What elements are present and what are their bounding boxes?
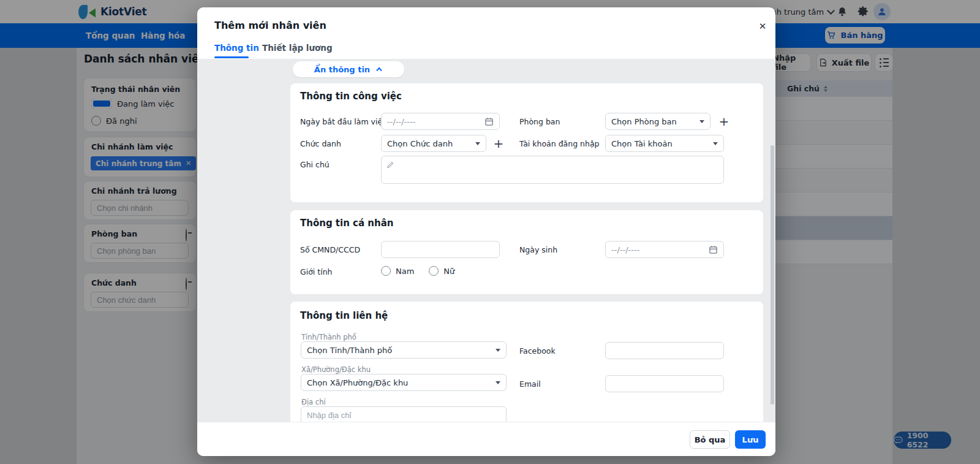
tab-thong-tin[interactable]: Thông tin [214, 43, 259, 53]
skip-button[interactable]: Bỏ qua [690, 430, 730, 449]
modal-scrollbar[interactable] [771, 145, 774, 405]
id-number-input[interactable] [381, 241, 500, 258]
calendar-icon[interactable] [484, 117, 494, 126]
department-select[interactable]: Chọn Phòng ban [605, 113, 710, 130]
radio-icon [429, 266, 439, 276]
caret-down-icon [699, 120, 704, 123]
radio-icon [381, 266, 391, 276]
start-date-value: --/--/---- [387, 117, 415, 126]
section-title: Thông tin liên hệ [300, 310, 388, 321]
province-select[interactable]: Chọn Tỉnh/Thành phố [301, 341, 507, 359]
caret-down-icon [496, 381, 500, 384]
start-date-label: Ngày bắt đầu làm việc [300, 113, 386, 130]
ward-select-value: Chọn Xã/Phường/Đặc khu [307, 378, 408, 387]
birthday-label: Ngày sinh [519, 241, 557, 258]
radio-gender-nu[interactable]: Nữ [429, 266, 454, 276]
department-label: Phòng ban [519, 113, 560, 130]
department-select-value: Chọn Phòng ban [611, 117, 677, 126]
ward-select[interactable]: Chọn Xã/Phường/Đặc khu [301, 374, 507, 391]
add-job-title-button[interactable]: + [492, 135, 505, 152]
radio-label: Nam [396, 267, 414, 276]
job-title-select[interactable]: Chọn Chức danh [381, 135, 486, 152]
birthday-value: --/--/---- [611, 245, 639, 254]
email-label: Email [519, 375, 541, 392]
account-select-value: Chọn Tài khoản [611, 139, 673, 148]
account-select[interactable]: Chọn Tài khoản [605, 135, 724, 152]
modal-scroll-area: Ẩn thông tin Thông tin công việc Ngày bắ… [197, 59, 775, 422]
caret-down-icon [475, 142, 480, 145]
add-department-button[interactable]: + [718, 113, 730, 130]
ward-label: Xã/Phường/Đặc khu [301, 365, 371, 374]
radio-label: Nữ [443, 267, 454, 276]
modal-title: Thêm mới nhân viên [214, 20, 326, 31]
modal-footer: Bỏ qua Lưu [197, 422, 775, 456]
hide-info-toggle[interactable]: Ẩn thông tin [293, 61, 404, 77]
save-button[interactable]: Lưu [735, 430, 766, 449]
section-title: Thông tin cá nhân [300, 218, 393, 229]
birthday-input[interactable]: --/--/---- [605, 241, 724, 258]
section-contact-info: Thông tin liên hệ Tỉnh/Thành phố Chọn Tỉ… [290, 302, 763, 422]
active-tab-underline [214, 56, 249, 58]
job-title-select-value: Chọn Chức danh [387, 139, 453, 148]
account-label: Tài khoản đăng nhập [519, 135, 600, 152]
section-work-info: Thông tin công việc Ngày bắt đầu làm việ… [290, 83, 763, 202]
calendar-icon[interactable] [709, 245, 718, 254]
section-personal-info: Thông tin cá nhân Số CMND/CCCD Ngày sinh… [290, 210, 763, 294]
radio-gender-nam[interactable]: Nam [381, 266, 414, 276]
facebook-input[interactable] [605, 342, 724, 359]
note-label: Ghi chú [300, 157, 330, 172]
caret-down-icon [496, 349, 500, 352]
address-input[interactable] [301, 406, 507, 422]
email-input[interactable] [605, 375, 724, 392]
chevron-up-icon [375, 67, 383, 72]
pencil-icon [386, 161, 394, 169]
section-title: Thông tin công việc [300, 91, 402, 102]
facebook-label: Facebook [519, 342, 556, 359]
id-number-label: Số CMND/CCCD [300, 241, 360, 258]
tab-thiet-lap-luong[interactable]: Thiết lập lương [262, 43, 333, 53]
caret-down-icon [713, 142, 718, 145]
add-employee-modal: Thêm mới nhân viên ✕ Thông tin Thiết lập… [197, 7, 775, 456]
job-title-label: Chức danh [300, 135, 341, 152]
hide-info-label: Ẩn thông tin [314, 65, 370, 74]
address-label: Địa chỉ [301, 398, 326, 406]
province-select-value: Chọn Tỉnh/Thành phố [307, 346, 392, 355]
province-label: Tỉnh/Thành phố [301, 333, 356, 341]
note-textarea[interactable] [381, 156, 724, 184]
close-icon[interactable]: ✕ [756, 20, 769, 33]
start-date-input[interactable]: --/--/---- [381, 113, 500, 130]
gender-label: Giới tính [300, 265, 332, 278]
